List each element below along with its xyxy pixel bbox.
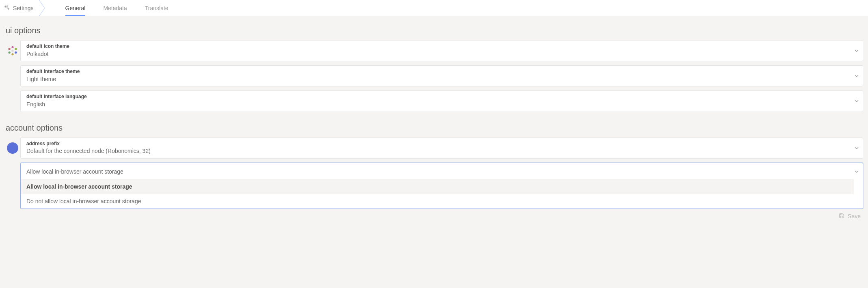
dropdown-interface-language[interactable]: default interface language English <box>20 90 863 112</box>
save-button[interactable]: Save <box>5 213 863 220</box>
field-interface-language: default interface language English <box>5 90 863 112</box>
svg-point-4 <box>15 52 17 54</box>
tab-translate[interactable]: Translate <box>145 0 168 16</box>
svg-point-1 <box>8 8 9 9</box>
svg-point-3 <box>15 48 17 50</box>
page-body: ui options default icon theme Polkadot <box>0 16 868 288</box>
svg-point-6 <box>9 52 11 54</box>
svg-point-0 <box>6 6 7 8</box>
dropdown-option[interactable]: Do not allow local in-browser account st… <box>21 194 854 208</box>
tab-general[interactable]: General <box>65 0 86 16</box>
chevron-down-icon <box>855 75 859 77</box>
identicon-preview <box>5 45 20 56</box>
svg-point-5 <box>11 53 13 55</box>
tabs: General Metadata Translate <box>49 0 168 16</box>
section-title-account: account options <box>6 123 863 133</box>
chevron-down-icon <box>855 49 859 52</box>
breadcrumb-label: Settings <box>13 5 34 11</box>
chevron-down-icon <box>855 147 859 149</box>
dropdown-option[interactable]: Allow local in-browser account storage <box>21 179 854 194</box>
field-local-storage: Allow local in-browser account storage A… <box>5 163 863 209</box>
tab-metadata[interactable]: Metadata <box>103 0 127 16</box>
breadcrumb-separator-icon <box>39 0 49 16</box>
dropdown-options: Allow local in-browser account storage D… <box>21 179 854 208</box>
svg-point-2 <box>11 46 13 48</box>
save-icon <box>839 213 844 220</box>
polkadot-identicon-icon <box>7 45 18 56</box>
field-address-prefix: address prefix Default for the connected… <box>5 138 863 159</box>
chevron-down-icon <box>855 170 859 173</box>
dropdown-icon-theme[interactable]: default icon theme Polkadot <box>20 40 863 61</box>
dropdown-address-prefix[interactable]: address prefix Default for the connected… <box>20 138 863 159</box>
save-label: Save <box>848 213 861 219</box>
svg-point-8 <box>11 49 13 52</box>
section-title-ui: ui options <box>6 26 863 35</box>
dropdown-interface-theme[interactable]: default interface theme Light theme <box>20 65 863 86</box>
field-icon-theme: default icon theme Polkadot <box>5 40 863 61</box>
topbar: Settings General Metadata Translate <box>0 0 868 16</box>
address-identicon-icon <box>7 142 18 154</box>
svg-point-7 <box>9 48 11 50</box>
dropdown-local-storage[interactable]: Allow local in-browser account storage A… <box>20 163 863 209</box>
dropdown-current-value: Allow local in-browser account storage <box>26 166 848 179</box>
field-interface-theme: default interface theme Light theme <box>5 65 863 86</box>
gears-icon <box>4 4 10 11</box>
breadcrumb[interactable]: Settings <box>0 0 39 16</box>
chevron-down-icon <box>855 100 859 102</box>
